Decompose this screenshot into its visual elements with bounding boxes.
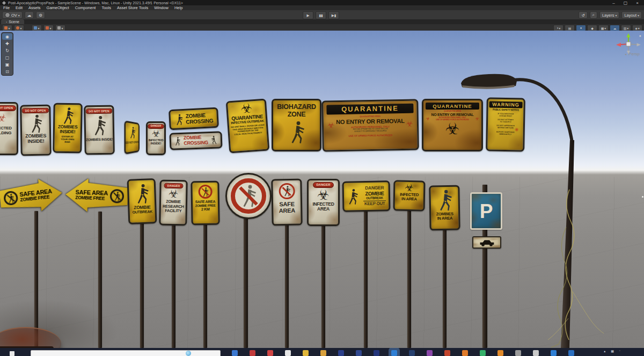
sign-infected-inside[interactable]: DANGER ☣ INFECTED INSIDE!: [146, 121, 166, 155]
scale-tool[interactable]: ▢: [2, 54, 12, 61]
menu-edit[interactable]: Edit: [16, 5, 23, 10]
view-tool[interactable]: ◉: [2, 33, 12, 40]
menu-bar: File Edit Assets GameObject Component To…: [0, 5, 644, 10]
taskbar-icon[interactable]: [391, 350, 397, 356]
taskbar-icon[interactable]: [551, 350, 557, 356]
taskbar-icon[interactable]: [232, 350, 238, 356]
x-axis-cone[interactable]: [616, 43, 621, 47]
sign-post[interactable]: [172, 224, 175, 348]
sign-safe-area-arrow-right[interactable]: SAFE AREA ZOMBIE FREE: [0, 177, 64, 215]
cortana-icon[interactable]: [186, 351, 191, 356]
sign-do-not-open-small[interactable]: DO NOT OPEN: [124, 120, 139, 155]
system-tray[interactable]: ▴ ▦ ◦: [604, 349, 620, 353]
menu-file[interactable]: File: [3, 5, 10, 10]
sign-post[interactable]: [443, 229, 447, 348]
play-button[interactable]: ▶: [303, 11, 313, 19]
sign-zombie-crossing-yellow[interactable]: ZOMBIE CROSSING: [169, 107, 219, 130]
sign-quarantine-banner-large[interactable]: QUARANTINE QUARANTINE AREA NO ENTRY OR R…: [321, 99, 419, 151]
sign-post[interactable]: [140, 223, 144, 348]
taskbar-icon[interactable]: [409, 350, 415, 356]
sign-safe-area-2km[interactable]: SAFE AREA ZOMBIE FREE 2 KM: [191, 181, 219, 226]
sign-danger-zombie-outbreak-keepout[interactable]: DANGER ZOMBIE OUTBREAK KEEP OUT: [342, 180, 391, 212]
tab-scene[interactable]: ▪ Scene: [1, 19, 24, 24]
menu-component[interactable]: Component: [75, 5, 96, 10]
effects-icon: ▦: [601, 26, 604, 30]
step-icon: ▶▮: [332, 13, 336, 18]
do-not-open-banner: DO NOT OPEN: [85, 108, 113, 114]
maximize-button[interactable]: ▢: [624, 1, 628, 5]
sign-zombie-outbreak[interactable]: ZOMBIE OUTBREAK: [127, 178, 157, 224]
sign-post[interactable]: [407, 210, 411, 348]
sign-no-zombies-circle[interactable]: [225, 173, 272, 219]
taskbar-icon[interactable]: [356, 350, 362, 356]
menu-help[interactable]: Help: [174, 5, 182, 10]
axis-cone[interactable]: [637, 43, 641, 46]
taskbar-icon[interactable]: [533, 350, 539, 356]
sign-post[interactable]: [364, 210, 368, 348]
tray-icon[interactable]: ▴: [604, 349, 605, 353]
sign-zombies-inside-yellow[interactable]: ZOMBIES INSIDE! ENTER AT YOUR OWN RISK: [53, 103, 83, 154]
sign-safe-area-arrow-left[interactable]: SAFE AREA ZOMBIE FREE: [65, 178, 128, 213]
taskbar-icon[interactable]: [320, 350, 326, 356]
taskbar-icon[interactable]: [515, 350, 521, 356]
services-settings-button[interactable]: ⚙: [36, 11, 45, 19]
sign-infected-area[interactable]: DANGER ☣ INFECTED AREA: [307, 179, 340, 226]
vine: [548, 292, 604, 340]
sign-zombie-research-facility[interactable]: DANGER ☣ ZOMBIE RESEARCH FACILITY: [159, 180, 187, 226]
sign-post[interactable]: [203, 224, 207, 348]
pause-button[interactable]: ▮▮: [316, 11, 326, 19]
sign-post[interactable]: [98, 212, 102, 348]
taskbar-icon[interactable]: [250, 350, 255, 356]
rect-tool[interactable]: ▣: [2, 61, 12, 68]
taskbar-icon[interactable]: [480, 350, 486, 356]
menu-tools[interactable]: Tools: [101, 5, 111, 10]
menu-gameobject[interactable]: GameObject: [47, 5, 69, 10]
account-dropdown[interactable]: OV ▾: [2, 11, 23, 19]
transform-tool[interactable]: ⊡: [2, 68, 12, 75]
sign-post[interactable]: [285, 224, 289, 348]
minimize-button[interactable]: –: [612, 1, 614, 5]
taskbar-icon[interactable]: [267, 350, 273, 356]
sign-safe-area[interactable]: SAFE AREA: [271, 179, 303, 226]
sign-biohazard-zone[interactable]: BIOHAZARD ZONE: [272, 99, 321, 151]
sign-post[interactable]: [244, 216, 248, 348]
y-axis-cone[interactable]: [626, 33, 630, 38]
scene-viewport[interactable]: DO NOT OPEN ☣ INFECTED BUILDING DO NOT O…: [0, 31, 644, 348]
move-tool[interactable]: ✚: [2, 40, 12, 47]
step-button[interactable]: ▶▮: [328, 11, 339, 19]
menu-window[interactable]: Window: [154, 5, 169, 10]
rotate-tool[interactable]: ↻: [2, 47, 12, 54]
taskbar-icon[interactable]: [303, 350, 309, 356]
taskbar-icon[interactable]: [462, 350, 468, 356]
gizmo-cube[interactable]: [626, 42, 631, 46]
menu-assets[interactable]: Assets: [28, 5, 41, 10]
layout-dropdown[interactable]: Layout ▾: [621, 11, 642, 19]
search-button[interactable]: ⌕: [590, 11, 597, 19]
sign-quarantine-infective[interactable]: ☣ QUARANTINE INFECTIVE OUTBREAK NO ONE S…: [226, 99, 270, 154]
taskbar-icon[interactable]: [427, 350, 433, 356]
sign-zombies-inside-2[interactable]: DO NOT OPEN ZOMBIES INSIDE!: [84, 105, 115, 155]
undo-history-button[interactable]: ↺: [579, 11, 587, 19]
taskbar-icon[interactable]: [285, 350, 291, 356]
sign-text: CROSSING: [186, 118, 213, 125]
sign-infected-building[interactable]: DO NOT OPEN ☣ INFECTED BUILDING: [0, 102, 18, 155]
tray-icon[interactable]: ▦: [611, 349, 614, 353]
sign-post[interactable]: [321, 225, 325, 348]
menu-asset-store-tools[interactable]: Asset Store Tools: [117, 5, 148, 10]
close-button[interactable]: ×: [636, 1, 639, 5]
taskbar-search-input[interactable]: [31, 350, 221, 356]
tray-icon[interactable]: ◦: [619, 349, 620, 353]
taskbar-icon[interactable]: [497, 350, 503, 356]
gizmo-persp-label[interactable]: ◄ Persp: [624, 52, 640, 56]
sign-text: INSIDE!: [151, 142, 162, 146]
sign-zombie-crossing-white[interactable]: ZOMBIE CROSSING: [169, 131, 222, 150]
taskbar-icon[interactable]: [374, 350, 379, 356]
taskbar-icon[interactable]: [444, 350, 450, 356]
sign-zombies-inside-1[interactable]: DO NOT OPEN ZOMBIES INSIDE!: [20, 105, 52, 156]
taskbar-icon[interactable]: [338, 350, 344, 356]
sign-infected-in-area[interactable]: ☣ INFECTED IN AREA: [393, 180, 426, 211]
taskbar-icon[interactable]: [568, 350, 574, 356]
start-button[interactable]: [10, 351, 14, 356]
cloud-button[interactable]: ☁: [25, 11, 34, 19]
layers-dropdown[interactable]: Layers ▾: [599, 11, 620, 19]
